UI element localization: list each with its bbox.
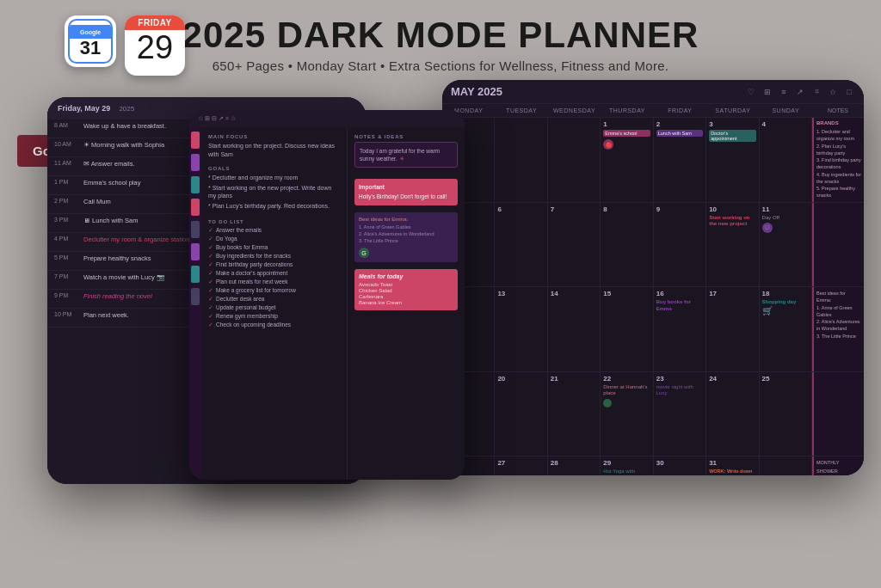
cell-may29: 29 Hot Yoga with Hailey G [601,456,653,475]
book-ideas-note: Best ideas for Emma: 1. Anne of Green Ga… [354,212,458,263]
notes-section: NOTES & IDEAS Today I am grateful for th… [354,134,458,172]
goals-label: GOALS [208,166,340,171]
cell-may28: 28 [548,456,601,475]
content-area: Friday, May 29 2025 8 AM Wake up & have … [0,80,881,588]
meal-3: Carbonara [359,294,453,299]
link-icon[interactable]: ⌗ [810,86,822,98]
book-ideas-list: 1. Anne of Green Gables 2. Alice's Adven… [359,224,453,245]
chart-icon[interactable]: ↗ [794,86,806,98]
apple-cal-day: Friday [125,15,185,30]
tab-6[interactable] [191,243,200,260]
cell-empty2 [495,118,547,202]
week-4: 19 20 21 22 Dinner at Hannah's place 23 … [442,372,864,457]
todo-7: ✓Plan out meals for next week [208,279,340,285]
day-thursday: THURSDAY [601,104,653,117]
calendar-icons: Google 31 Friday 29 [65,15,185,76]
main-focus-text: Start working on the project. Discuss ne… [208,142,340,159]
cell-may31: 31 WORK: Write down my ideas for the mee… [706,456,759,475]
tab-1[interactable] [191,132,200,149]
tab-5[interactable] [191,221,200,238]
tab-4[interactable] [191,199,200,216]
cell-may6: 6 [495,203,547,287]
calendar-main: MAY 2025 ♡ ⊞ ≡ ↗ ⌗ ☆ □ MONDAY TUESDAY [442,80,864,475]
notes-text-3: Best ideas for Emma: 1. Anne of Green Ga… [816,290,861,340]
star-icon[interactable]: ☆ [827,86,839,98]
cell-may22: 22 Dinner at Hannah's place [601,372,653,456]
cell-may10: 10 Start working on the new project [706,203,759,287]
notes-label: NOTES & IDEAS [354,134,458,139]
meals-label: Meals for today [359,273,453,279]
todo-section: TO DO LIST ✓Answer the emails ✓Do Yoga ✓… [208,219,340,330]
cell-may11: 11 Day Off U [760,203,812,287]
book-ideas-title: Best ideas for Emma: [359,217,453,222]
cell-may8: 8 [601,203,653,287]
important-text: Holly's Birthday! Don't forget to call! [359,193,453,200]
cell-empty3 [548,118,601,202]
cell-may17: 17 [706,287,759,371]
planner-subtitle: 2025 [119,105,134,113]
tab-2[interactable] [191,154,200,171]
cell-may30: 30 [654,456,706,475]
grid-icon[interactable]: ⊞ [761,86,773,98]
todo-11: ✓Renew gym membership [208,313,340,320]
event-movie: movie night with Lucy [656,384,703,398]
sidebar-tabs [189,127,201,480]
meal-4: Banana Ice Cream [359,300,453,305]
shopping-icon: 🛒 [762,306,809,315]
todo-3: ✓Buy books for Emma [208,244,340,251]
weekly-calendar: MAY 2025 ♡ ⊞ ≡ ↗ ⌗ ☆ □ MONDAY TUESDAY [442,80,864,475]
event-work: WORK: Write down my ideas for the meetin… [709,469,755,475]
week-5: 26 27 28 29 Hot Yoga with Hailey G 30 31… [442,456,864,475]
event-emmas-school: Emma's school [603,130,650,137]
cell-may20: 20 [495,372,547,456]
mid-header-icons: ☆ ⊞ ⊟ ↗ ⌗ ☆ [198,115,236,122]
event-yoga: Hot Yoga with Hailey [603,469,650,475]
cell-may27: 27 [495,456,547,475]
notes-col-2 [812,203,864,287]
notes-text-1: 1. Declutter and organize my room 2. Pla… [816,128,861,199]
planner-title: Friday, May 29 [58,104,110,113]
todo-10: ✓Update personal budget [208,304,340,311]
calendar-header: MAY 2025 ♡ ⊞ ≡ ↗ ⌗ ☆ □ [442,80,864,104]
todo-8: ✓Make a grocery list for tomorrow [208,287,340,294]
todo-6: ✓Make a doctor's appointment [208,270,340,277]
heart-icon[interactable]: ♡ [745,86,757,98]
calendar-month-title: MAY 2025 [451,85,502,98]
main-focus-label: MAIN FOCUS [208,134,340,139]
google-cal-number: 31 [80,39,101,58]
todo-label: TO DO LIST [208,219,340,224]
cell-may15: 15 [601,287,653,371]
tab-3[interactable] [191,176,200,193]
todo-12: ✓Check on upcoming deadlines [208,322,340,328]
week-3: 12 13 14 15 16 Buy books for Emma 17 18 … [442,287,864,372]
day-wednesday: WEDNESDAY [548,104,601,117]
event-shopping: Shopping day [762,299,809,304]
main-focus-section: MAIN FOCUS Start working on the project.… [208,134,340,159]
notes-col-4 [812,372,864,456]
notes-col-5: MONTHLY SHOWER MONTHLY REVIEW [812,456,864,475]
cell-may3: 3 Doctor's appointment [706,118,759,202]
notes-text-5: MONTHLY SHOWER MONTHLY REVIEW [816,459,861,475]
sun-icon: ☀ [399,156,404,162]
tab-8[interactable] [191,288,200,305]
apple-cal-number: 29 [137,30,173,66]
cell-may9: 9 [654,203,706,287]
meal-2: Chicken Salad [359,288,453,293]
notes-text-box: Today I am grateful for the warm sunny w… [354,142,458,168]
cell-may7: 7 [548,203,601,287]
cell-may18: 18 Shopping day 🛒 [760,287,812,371]
day-friday: FRIDAY [654,104,706,117]
settings-icon[interactable]: □ [843,86,855,98]
event-dinner: Dinner at Hannah's place [603,384,650,398]
cell-may16: 16 Buy books for Emma [654,287,706,371]
day-sunday: SUNDAY [760,104,812,117]
tab-7[interactable] [191,266,200,283]
todo-5: ✓Find birthday party decorations [208,261,340,268]
right-tablet: MAY 2025 ♡ ⊞ ≡ ↗ ⌗ ☆ □ MONDAY TUESDAY [442,80,864,475]
cell-may23: 23 movie night with Lucy [654,372,706,456]
day-saturday: SATURDAY [706,104,759,117]
cell-may2: 2 Lunch with Sam [654,118,706,202]
list-icon[interactable]: ≡ [778,86,790,98]
cell-may24: 24 [706,372,759,456]
days-header: MONDAY TUESDAY WEDNESDAY THURSDAY FRIDAY… [442,104,864,118]
